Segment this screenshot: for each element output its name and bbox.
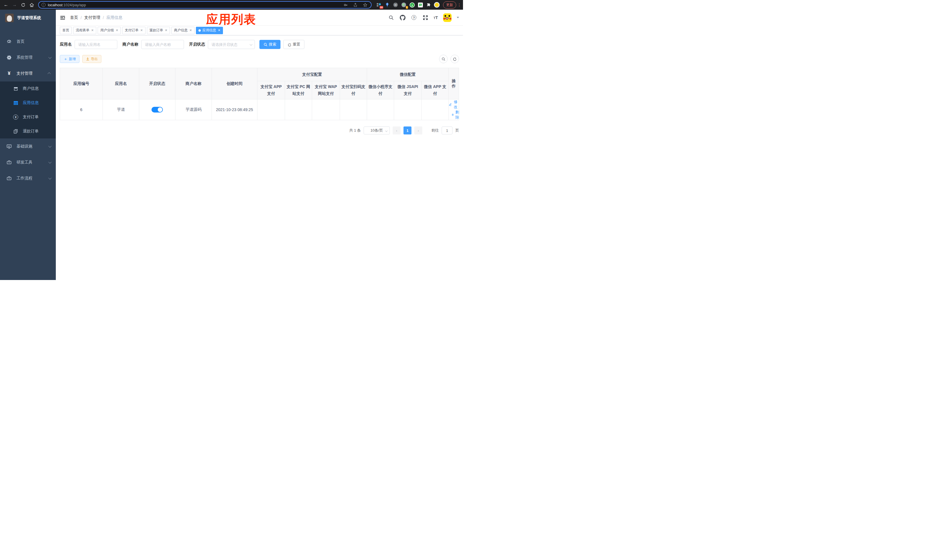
app-name-input[interactable] (75, 40, 117, 49)
tab-user-group[interactable]: 用户分组✕ (98, 27, 121, 34)
app-logo (5, 14, 14, 22)
cell-app-name: 芋道 (103, 100, 139, 120)
chrome-update-button[interactable]: 更新 (443, 2, 456, 9)
page-size-select[interactable]: 10条/页 (364, 127, 390, 135)
extension-chat-icon[interactable] (418, 2, 423, 8)
cell-merchant: 芋道源码 (176, 100, 212, 120)
header-search-icon[interactable] (388, 15, 394, 21)
profile-avatar-emoji[interactable] (434, 2, 440, 8)
password-key-icon[interactable] (342, 2, 349, 8)
merchant-name-input[interactable] (141, 40, 184, 49)
app-name-label: 应用名 (60, 42, 72, 47)
sidebar-collapse-icon[interactable] (60, 15, 65, 21)
share-icon[interactable] (352, 2, 359, 8)
prev-page-button[interactable]: ‹ (393, 127, 401, 135)
pagination: 共 1 条 10条/页 ‹ 1 › 前往 页 (60, 127, 459, 135)
browser-forward-icon[interactable]: → (11, 1, 18, 9)
close-icon[interactable]: ✕ (218, 29, 220, 32)
browser-reload-icon[interactable] (20, 1, 27, 9)
close-icon[interactable]: ✕ (91, 29, 94, 32)
page-number-1[interactable]: 1 (404, 127, 412, 135)
sidebar-item-system[interactable]: 系统管理 (0, 50, 56, 65)
chevron-down-icon (48, 160, 51, 163)
sidebar-item-app-info[interactable]: 应用信息 (0, 96, 56, 110)
close-icon[interactable]: ✕ (140, 29, 143, 32)
reset-button[interactable]: 重置 (283, 40, 304, 49)
sidebar-item-payment[interactable]: ¥ 支付管理 (0, 65, 56, 82)
breadcrumb-home[interactable]: 首页 (70, 15, 78, 20)
export-button[interactable]: 导出 (82, 55, 101, 63)
col-alipay-pc: 支付宝 PC 网站支付 (285, 81, 312, 100)
cell-created: 2021-10-23 08:49:25 (212, 100, 257, 120)
site-info-icon[interactable]: i (42, 3, 45, 7)
cell-actions: 修改 删除 (449, 100, 459, 120)
close-icon[interactable]: ✕ (189, 29, 192, 32)
browser-home-icon[interactable] (28, 1, 35, 9)
browser-back-icon[interactable]: ← (2, 1, 10, 9)
extension-sketch-icon[interactable]: 10 (376, 2, 382, 8)
col-actions: 操作 (449, 68, 459, 100)
status-label: 开启状态 (189, 42, 205, 47)
search-button[interactable]: 搜索 (259, 40, 280, 49)
edit-link[interactable]: 修改 (449, 100, 459, 110)
breadcrumb-payment[interactable]: 支付管理 (84, 15, 100, 20)
tab-process-form[interactable]: 流程表单✕ (73, 27, 96, 34)
avatar-caret-icon[interactable] (457, 17, 459, 18)
sidebar-item-infra[interactable]: 基础设施 (0, 138, 56, 154)
status-select[interactable] (208, 40, 255, 49)
address-bar[interactable]: i localhost:1024/pay/app (38, 1, 372, 9)
sidebar-item-devtools[interactable]: 研发工具 (0, 154, 56, 170)
close-icon[interactable]: ✕ (116, 29, 118, 32)
browser-menu-icon[interactable]: ⋮ (457, 3, 461, 7)
enabled-switch[interactable] (151, 107, 163, 112)
sidebar-item-pay-orders[interactable]: ¥ 支付订单 (0, 110, 56, 124)
col-wechat-jsapi: 微信 JSAPI 支付 (394, 81, 422, 100)
bookmark-star-icon[interactable] (362, 2, 368, 8)
next-page-button[interactable]: › (414, 127, 422, 135)
add-button[interactable]: ＋ 新增 (60, 55, 79, 63)
col-alipay-qr: 支付宝扫码支付 (340, 81, 367, 100)
tab-pay-orders[interactable]: 支付订单✕ (122, 27, 145, 34)
close-icon[interactable]: ✕ (165, 29, 168, 32)
extension-recorder-icon[interactable]: 1 (401, 2, 407, 8)
extension-balloon-icon[interactable] (384, 2, 390, 8)
extensions-puzzle-icon[interactable] (426, 2, 431, 8)
cell-app-id: 6 (60, 100, 103, 120)
help-icon[interactable]: ? (411, 15, 417, 21)
tab-app-info[interactable]: 应用信息✕ (196, 27, 223, 34)
briefcase-icon (6, 176, 12, 181)
app-logo-row[interactable]: 芋道管理系统 (0, 10, 56, 26)
refresh-table-button[interactable] (451, 55, 459, 63)
document-copy-icon (12, 129, 19, 133)
tab-home[interactable]: 首页 (60, 27, 72, 34)
toggle-search-button[interactable] (439, 55, 448, 63)
sidebar-item-home[interactable]: 首页 (0, 33, 56, 50)
breadcrumb-current: 应用信息 (106, 15, 123, 20)
col-merchant: 商户名称 (176, 68, 212, 100)
grid-table-icon (12, 101, 19, 105)
user-avatar[interactable] (443, 14, 452, 22)
extension-command-icon[interactable]: ⌘ (393, 2, 398, 8)
top-navbar: 首页 / 支付管理 / 应用信息 ? TT (56, 10, 463, 26)
table-row: 6 芋道 芋道源码 2021-10-23 08:49:25 (60, 100, 459, 120)
sidebar-item-refund-orders[interactable]: 退款订单 (0, 124, 56, 138)
app-main: 应用名 商户名称 开启状态 搜索 重置 (56, 35, 463, 280)
dashboard-icon (6, 39, 12, 44)
github-icon[interactable] (399, 15, 406, 21)
storefront-icon (12, 86, 19, 91)
goto-page-input[interactable] (442, 127, 452, 135)
svg-text:y: y (411, 4, 413, 6)
col-status: 开启状态 (139, 68, 176, 100)
table-toolbar: ＋ 新增 导出 (60, 55, 459, 63)
font-size-icon[interactable]: TT (434, 15, 438, 20)
col-alipay-app: 支付宝 APP 支付 (257, 81, 285, 100)
chevron-down-icon (48, 176, 51, 179)
sidebar-item-workflow[interactable]: 工作流程 (0, 170, 56, 186)
goto-label: 前往 (431, 128, 439, 133)
extension-y-icon[interactable]: y (409, 2, 415, 8)
delete-link[interactable]: 删除 (452, 110, 460, 120)
fullscreen-icon[interactable] (422, 15, 428, 21)
tab-refund-orders[interactable]: 退款订单✕ (147, 27, 170, 34)
tab-merchant-info[interactable]: 商户信息✕ (171, 27, 195, 34)
sidebar-item-merchant-info[interactable]: 商户信息 (0, 82, 56, 96)
